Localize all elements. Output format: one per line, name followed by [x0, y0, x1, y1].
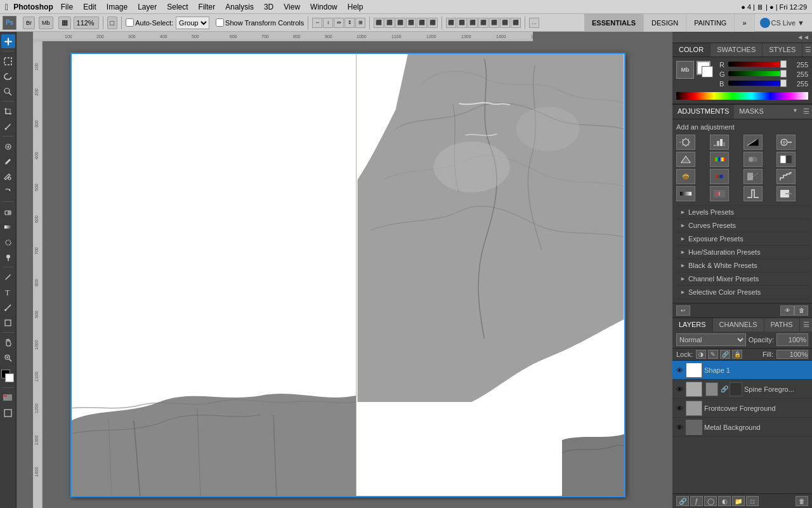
- adj-threshold-icon[interactable]: [743, 186, 763, 201]
- lock-position-btn[interactable]: 🔗: [720, 350, 730, 359]
- menu-layer[interactable]: Layer: [133, 3, 162, 11]
- transform-icon-5[interactable]: ⊞: [355, 18, 365, 28]
- layer-row-metal[interactable]: 👁 Metal Background: [672, 418, 812, 437]
- layer-mask-btn[interactable]: ◯: [704, 496, 717, 506]
- layer-delete-btn[interactable]: 🗑: [796, 496, 808, 506]
- layer-link-btn[interactable]: 🔗: [676, 496, 689, 506]
- preset-bw[interactable]: ► Black & White Presets: [676, 259, 808, 272]
- fg-bg-swatches[interactable]: [697, 61, 717, 81]
- b-slider-thumb[interactable]: [780, 79, 787, 87]
- autoselect-dropdown[interactable]: GroupLayer: [176, 17, 209, 29]
- transform-icon-4[interactable]: ⇕: [344, 18, 355, 28]
- design-button[interactable]: DESIGN: [644, 14, 686, 32]
- layer-new-btn[interactable]: □: [746, 496, 759, 506]
- layer-link-spine[interactable]: 🔗: [721, 382, 728, 396]
- adj-brightness-icon[interactable]: [676, 135, 695, 150]
- align-center-v-icon[interactable]: ⬛: [384, 18, 395, 28]
- menu-3d[interactable]: 3D: [259, 3, 278, 11]
- preset-exposure[interactable]: ► Exposure Presets: [676, 232, 808, 246]
- adj-panel-menu[interactable]: ☰: [801, 105, 812, 119]
- bridge-button[interactable]: Br: [23, 17, 35, 29]
- menu-filter[interactable]: Filter: [193, 3, 221, 11]
- adj-eye-btn[interactable]: 👁: [780, 305, 794, 316]
- transform-icon-1[interactable]: ↔: [312, 18, 322, 28]
- menu-window[interactable]: Window: [305, 3, 343, 11]
- dist-2[interactable]: ⬛: [457, 18, 467, 28]
- path-select-tool[interactable]: [1, 300, 15, 314]
- menu-analysis[interactable]: Analysis: [220, 3, 259, 11]
- blend-mode-select[interactable]: NormalMultiplyScreenOverlay: [676, 333, 746, 346]
- history-brush-tool[interactable]: [1, 185, 15, 199]
- adj-invert-icon[interactable]: [743, 169, 763, 184]
- layer-vis-metal[interactable]: 👁: [675, 423, 684, 432]
- dist-1[interactable]: ⬛: [446, 18, 456, 28]
- tab-adjustments[interactable]: ADJUSTMENTS: [672, 105, 734, 119]
- pen-tool[interactable]: [1, 270, 15, 284]
- screen-mode-btn[interactable]: [1, 406, 15, 420]
- tab-masks[interactable]: MASKS: [734, 105, 769, 119]
- tab-channels[interactable]: CHANNELS: [713, 318, 764, 331]
- painting-button[interactable]: PAINTING: [686, 14, 735, 32]
- menu-image[interactable]: Image: [102, 3, 133, 11]
- dist-5[interactable]: ⬛: [489, 18, 499, 28]
- align-center-h-icon[interactable]: ⬛: [417, 18, 427, 28]
- menu-help[interactable]: Help: [343, 3, 369, 11]
- background-color-swatch[interactable]: [5, 373, 14, 382]
- crop-tool[interactable]: [1, 104, 15, 118]
- cs-live-button[interactable]: CS Live ▼: [755, 18, 809, 28]
- transform-icon-3[interactable]: ⇔: [334, 18, 344, 28]
- stamp-tool[interactable]: [1, 170, 15, 184]
- adj-panel-collapse[interactable]: ▼: [790, 105, 801, 119]
- preset-huesat[interactable]: ► Hue/Saturation Presets: [676, 246, 808, 259]
- zoom-tool[interactable]: [1, 351, 15, 364]
- zoom-display[interactable]: 112%: [74, 17, 99, 29]
- eraser-tool[interactable]: [1, 204, 15, 218]
- adj-huesat-icon[interactable]: [710, 152, 729, 167]
- rect-marquee-tool[interactable]: [1, 54, 15, 68]
- tab-paths[interactable]: PATHS: [764, 318, 800, 331]
- align-left-icon[interactable]: ⬛: [374, 18, 384, 28]
- menu-file[interactable]: File: [56, 3, 78, 11]
- b-slider-track[interactable]: [728, 81, 787, 86]
- tab-styles[interactable]: STYLES: [763, 43, 802, 57]
- align-bottom-icon[interactable]: ⬛: [428, 18, 438, 28]
- quick-select-tool[interactable]: [1, 84, 15, 98]
- more-options-icon[interactable]: …: [529, 18, 539, 28]
- menu-select[interactable]: Select: [162, 3, 193, 11]
- layers-panel-menu[interactable]: ☰: [801, 318, 812, 331]
- layer-vis-frontcover[interactable]: 👁: [675, 404, 684, 413]
- preset-selectivecolor[interactable]: ► Selective Color Presets: [676, 286, 808, 299]
- adj-channelmixer-icon[interactable]: [710, 169, 729, 184]
- dodge-tool[interactable]: [1, 250, 15, 264]
- collapse-icon[interactable]: ◄◄: [797, 34, 809, 41]
- adj-curves-icon[interactable]: [743, 135, 763, 150]
- tab-color[interactable]: COLOR: [672, 43, 710, 57]
- tab-layers[interactable]: LAYERS: [672, 318, 713, 331]
- heal-tool[interactable]: [1, 139, 15, 153]
- layer-vis-shape1[interactable]: 👁: [675, 366, 684, 375]
- dist-7[interactable]: ⬛: [511, 18, 521, 28]
- adj-bw-icon[interactable]: [776, 152, 796, 167]
- color-panel-menu[interactable]: ☰: [802, 43, 812, 57]
- adj-levels-icon[interactable]: [710, 135, 729, 150]
- dist-3[interactable]: ⬛: [468, 18, 478, 28]
- move-tool[interactable]: [1, 34, 15, 48]
- adj-trash-btn[interactable]: 🗑: [794, 305, 808, 316]
- g-slider-thumb[interactable]: [780, 70, 787, 77]
- adj-selectivecolor-icon[interactable]: [710, 186, 729, 201]
- layer-group-btn[interactable]: 📁: [732, 496, 745, 506]
- color-spectrum-bar[interactable]: [676, 92, 808, 100]
- lock-all-btn[interactable]: 🔒: [732, 350, 742, 359]
- mini-bridge-button[interactable]: Mb: [39, 17, 53, 29]
- color-swatches[interactable]: [1, 370, 15, 384]
- adj-gradientmap-icon[interactable]: [676, 186, 695, 201]
- preset-curves[interactable]: ► Curves Presets: [676, 219, 808, 232]
- transform-icon-2[interactable]: ↕: [323, 18, 333, 28]
- quick-mask-btn[interactable]: [1, 391, 15, 404]
- lock-paint-btn[interactable]: ✎: [708, 350, 718, 359]
- adj-exposure-icon[interactable]: [776, 135, 796, 150]
- shape-tool[interactable]: [1, 316, 15, 330]
- adj-vibrance-icon[interactable]: [676, 152, 695, 167]
- adj-return-btn[interactable]: ↩: [676, 305, 690, 316]
- r-slider-track[interactable]: [728, 62, 787, 67]
